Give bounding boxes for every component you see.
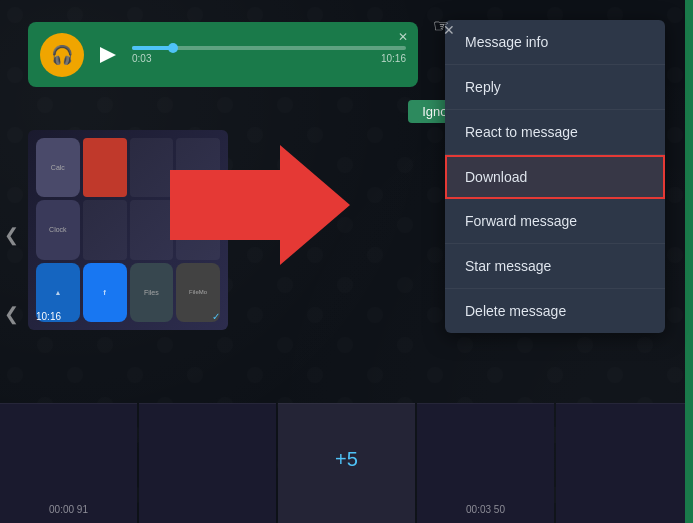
nav-arrow-bottom[interactable]: ❮ — [0, 303, 22, 325]
menu-item-delete-label: Delete message — [465, 303, 566, 319]
app-icon-red — [83, 138, 127, 197]
audio-times: 0:03 10:16 — [132, 53, 406, 64]
cursor-indicator: ☞ — [433, 15, 449, 37]
audio-progress-bar[interactable]: 0:03 10:16 — [132, 46, 406, 64]
menu-item-message-info[interactable]: Message info — [445, 20, 665, 65]
menu-item-react-label: React to message — [465, 124, 578, 140]
app-icon-facebook: f — [83, 263, 127, 322]
menu-item-react[interactable]: React to message — [445, 110, 665, 155]
audio-close-button[interactable]: ✕ — [398, 30, 408, 44]
plus5-label: +5 — [335, 448, 358, 471]
progress-fill — [132, 46, 173, 50]
bottom-cell-1: 00:00 91 — [0, 403, 137, 523]
nav-arrow-top[interactable]: ❮ — [0, 224, 22, 246]
menu-item-star-label: Star message — [465, 258, 551, 274]
menu-item-delete[interactable]: Delete message — [445, 289, 665, 333]
progress-dot — [168, 43, 178, 53]
progress-track — [132, 46, 406, 50]
menu-item-star[interactable]: Star message — [445, 244, 665, 289]
svg-marker-0 — [170, 145, 350, 265]
video-timestamp: 10:16 — [36, 311, 61, 322]
context-menu: Message info Reply React to message Down… — [445, 20, 665, 333]
video-checkmark: ✓ — [212, 311, 220, 322]
time-elapsed: 0:03 — [132, 53, 151, 64]
red-arrow-indicator — [160, 140, 360, 270]
menu-item-reply[interactable]: Reply — [445, 65, 665, 110]
bottom-time-3: 00:03 50 — [466, 504, 505, 515]
app-icon-empty3 — [83, 200, 127, 259]
green-sidebar-bar — [685, 0, 693, 523]
menu-item-forward[interactable]: Forward message — [445, 199, 665, 244]
menu-item-reply-label: Reply — [465, 79, 501, 95]
bottom-time-1: 00:00 91 — [49, 504, 88, 515]
app-icon-files: Files — [130, 263, 174, 322]
bottom-panel: 00:00 91 +5 00:03 50 — [0, 403, 693, 523]
menu-item-forward-label: Forward message — [465, 213, 577, 229]
menu-item-download-label: Download — [465, 169, 527, 185]
menu-item-message-info-label: Message info — [465, 34, 548, 50]
bottom-cell-5 — [556, 403, 693, 523]
play-button[interactable] — [94, 41, 122, 69]
bottom-cell-plus5[interactable]: +5 — [278, 403, 415, 523]
app-icon-clock: Clock — [36, 200, 80, 259]
menu-item-download[interactable]: Download — [445, 155, 665, 199]
time-total: 10:16 — [381, 53, 406, 64]
bottom-cell-4: 00:03 50 — [417, 403, 554, 523]
audio-message-bubble: 🎧 0:03 10:16 ✕ — [28, 22, 418, 87]
bottom-cell-2 — [139, 403, 276, 523]
app-icon-calculator: Calc — [36, 138, 80, 197]
audio-avatar: 🎧 — [40, 33, 84, 77]
